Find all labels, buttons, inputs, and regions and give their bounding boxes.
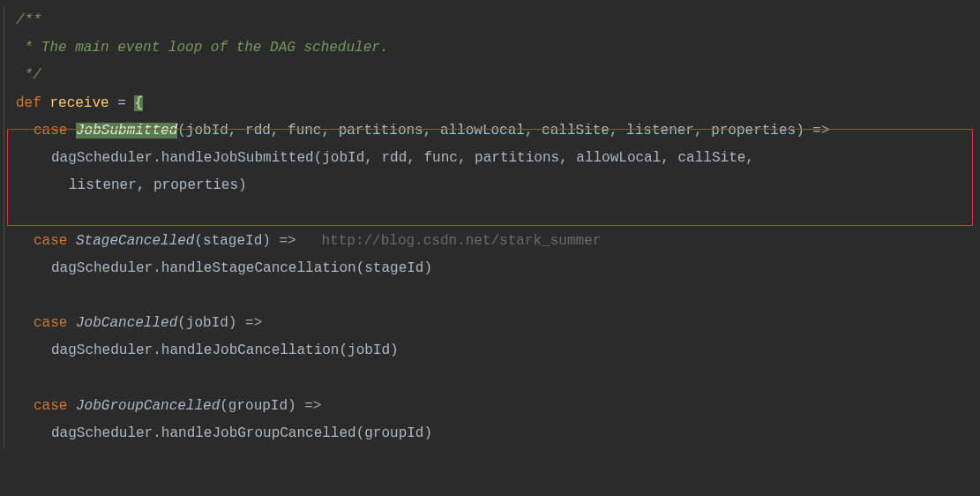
space xyxy=(67,233,76,249)
class-jobgroupcancelled: JobGroupCancelled xyxy=(76,398,220,414)
code-editor[interactable]: /** * The main event loop of the DAG sch… xyxy=(0,7,980,447)
method-name: receive xyxy=(49,95,108,111)
comment-close: */ xyxy=(16,67,41,83)
method-call: dagScheduler.handleStageCancellation(sta… xyxy=(51,260,432,276)
arrow-op: => xyxy=(279,233,295,249)
keyword-case: case xyxy=(34,315,67,331)
space xyxy=(67,398,76,414)
class-stagecancelled: StageCancelled xyxy=(76,233,194,249)
keyword-case: case xyxy=(34,398,67,414)
code-line: dagScheduler.handleJobCancellation(jobId… xyxy=(0,337,980,364)
space xyxy=(296,233,322,249)
code-line: listener, properties) xyxy=(0,172,980,199)
class-jobcancelled: JobCancelled xyxy=(76,315,177,331)
watermark-text: http://blog.csdn.net/stark_summer xyxy=(321,233,601,249)
arrow-op: => xyxy=(812,123,829,139)
params: (groupId) xyxy=(220,398,304,414)
code-line: * The main event loop of the DAG schedul… xyxy=(0,34,980,62)
space xyxy=(41,95,50,111)
blank-line xyxy=(0,282,980,310)
code-line: dagScheduler.handleStageCancellation(sta… xyxy=(0,255,980,282)
params: (jobId, rdd, func, partitions, allowLoca… xyxy=(177,123,812,139)
method-call: dagScheduler.handleJobCancellation(jobId… xyxy=(51,342,399,358)
arrow-op: => xyxy=(245,315,262,331)
params: (jobId) xyxy=(177,315,245,331)
code-line: /** xyxy=(0,7,980,34)
comment-text: * The main event loop of the DAG schedul… xyxy=(16,40,388,56)
space xyxy=(67,123,76,139)
keyword-def: def xyxy=(16,95,41,111)
code-line: def receive = { xyxy=(0,90,980,117)
keyword-case: case xyxy=(34,233,67,249)
code-line: case JobSubmitted(jobId, rdd, func, part… xyxy=(0,117,980,145)
blank-line xyxy=(0,364,980,392)
keyword-case: case xyxy=(34,123,67,139)
params: (stageId) xyxy=(194,233,279,249)
open-brace: { xyxy=(134,95,143,111)
class-jobsubmitted: JobSubmitted xyxy=(76,123,177,139)
code-line: dagScheduler.handleJobSubmitted(jobId, r… xyxy=(0,145,980,172)
code-line: case JobCancelled(jobId) => xyxy=(0,310,980,337)
code-line: case JobGroupCancelled(groupId) => xyxy=(0,393,980,420)
code-line: case StageCancelled(stageId) => http://b… xyxy=(0,228,980,255)
space xyxy=(67,315,76,331)
arrow-op: => xyxy=(304,398,321,414)
method-call-cont: listener, properties) xyxy=(69,177,247,193)
equals-op: = xyxy=(109,95,135,111)
comment-open: /** xyxy=(16,12,41,28)
code-line: */ xyxy=(0,62,980,89)
code-line: dagScheduler.handleJobGroupCancelled(gro… xyxy=(0,420,980,447)
method-call: dagScheduler.handleJobGroupCancelled(gro… xyxy=(51,425,432,441)
method-call: dagScheduler.handleJobSubmitted(jobId, r… xyxy=(51,150,754,166)
blank-line xyxy=(0,199,980,227)
